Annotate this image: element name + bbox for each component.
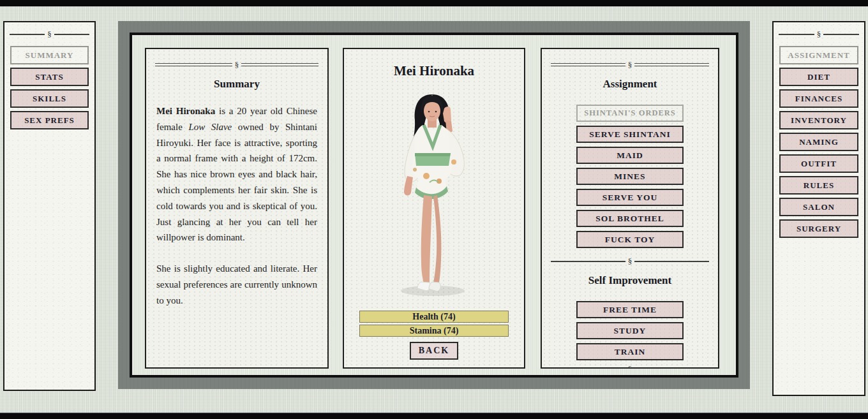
sidebar-item-naming[interactable]: NAMING (779, 133, 858, 151)
slave-rank: Low Slave (188, 122, 232, 132)
stat-bars: Health (74) Stamina (74) (359, 311, 509, 337)
health-bar: Health (74) (359, 311, 509, 323)
section-divider: § (551, 61, 709, 69)
back-button-row: BACK (344, 342, 524, 360)
summary-text: Mei Hironaka is a 20 year old Chinese fe… (156, 103, 317, 309)
assignment-panel: § Assignment SHINTANI'S ORDERS SERVE SHI… (541, 48, 719, 369)
sidebar-item-surgery[interactable]: SURGERY (779, 219, 858, 238)
assignment-sol-brothel-button[interactable]: SOL BROTHEL (576, 210, 684, 227)
paragraph-gap (156, 246, 317, 261)
right-sidebar-buttons: ASSIGNMENT DIET FINANCES INVENTORY NAMIN… (774, 46, 864, 238)
stamina-label: Stamina (74) (410, 326, 459, 336)
sidebar-item-sex-prefs[interactable]: SEX PREFS (10, 111, 89, 129)
sidebar-item-assignment[interactable]: ASSIGNMENT (779, 46, 858, 64)
game-screen: § SUMMARY STATS SKILLS SEX PREFS § Summa… (0, 0, 868, 419)
left-sidebar: § SUMMARY STATS SKILLS SEX PREFS (3, 21, 96, 391)
section-symbol: § (625, 365, 635, 369)
assignment-maid-button[interactable]: MAID (576, 147, 684, 164)
section-symbol: § (45, 30, 54, 38)
assignment-serve-shintani-button[interactable]: SERVE SHINTANI (576, 126, 684, 143)
section-symbol: § (814, 30, 824, 38)
top-black-bar (0, 0, 868, 6)
self-improvement-train-button[interactable]: TRAIN (576, 343, 684, 360)
assignment-shintanis-orders-button[interactable]: SHINTANI'S ORDERS (576, 105, 684, 122)
section-divider: § (779, 30, 859, 38)
character-figure-graphic (370, 87, 498, 298)
health-label: Health (74) (412, 312, 455, 322)
section-symbol: § (625, 257, 635, 265)
section-divider: § (155, 61, 318, 69)
sidebar-item-diet[interactable]: DIET (779, 68, 858, 86)
left-sidebar-buttons: SUMMARY STATS SKILLS SEX PREFS (4, 46, 94, 129)
summary-panel: § Summary Mei Hironaka is a 20 year old … (145, 48, 329, 369)
assignment-fuck-toy-button[interactable]: FUCK TOY (576, 231, 684, 248)
portrait-panel: Mei Hironaka (343, 48, 525, 369)
assignment-title: Assignment (542, 78, 718, 91)
section-divider: § (10, 30, 89, 38)
slave-name-title: Mei Hironaka (344, 63, 524, 79)
section-symbol: § (625, 61, 635, 69)
assignment-mines-button[interactable]: MINES (576, 168, 684, 185)
sidebar-item-outfit[interactable]: OUTFIT (779, 154, 858, 173)
self-improvement-free-time-button[interactable]: FREE TIME (576, 301, 684, 318)
sidebar-item-stats[interactable]: STATS (10, 68, 89, 86)
sidebar-item-salon[interactable]: SALON (779, 198, 858, 216)
right-sidebar: § ASSIGNMENT DIET FINANCES INVENTORY NAM… (772, 21, 865, 396)
section-divider-clipped: § (551, 365, 709, 369)
self-improvement-buttons: FREE TIME STUDY TRAIN (542, 301, 718, 360)
sidebar-item-summary[interactable]: SUMMARY (10, 46, 89, 64)
self-improvement-study-button[interactable]: STUDY (576, 322, 684, 339)
self-improvement-title: Self Improvement (542, 274, 718, 287)
assignment-buttons: SHINTANI'S ORDERS SERVE SHINTANI MAID MI… (542, 105, 718, 248)
sidebar-item-skills[interactable]: SKILLS (10, 89, 89, 108)
summary-paragraph-2: She is slightly educated and literate. H… (156, 263, 317, 305)
character-portrait (344, 87, 524, 298)
sidebar-item-finances[interactable]: FINANCES (779, 89, 858, 108)
slave-name: Mei Hironaka (156, 106, 215, 116)
summary-title: Summary (146, 78, 327, 91)
stamina-bar: Stamina (74) (359, 325, 509, 337)
bottom-black-bar (0, 413, 868, 419)
section-symbol: § (232, 61, 242, 69)
sidebar-item-rules[interactable]: RULES (779, 176, 858, 195)
assignment-serve-you-button[interactable]: SERVE YOU (576, 189, 684, 206)
sidebar-item-inventory[interactable]: INVENTORY (779, 111, 858, 129)
section-divider: § (551, 257, 709, 265)
back-button[interactable]: BACK (410, 342, 458, 360)
